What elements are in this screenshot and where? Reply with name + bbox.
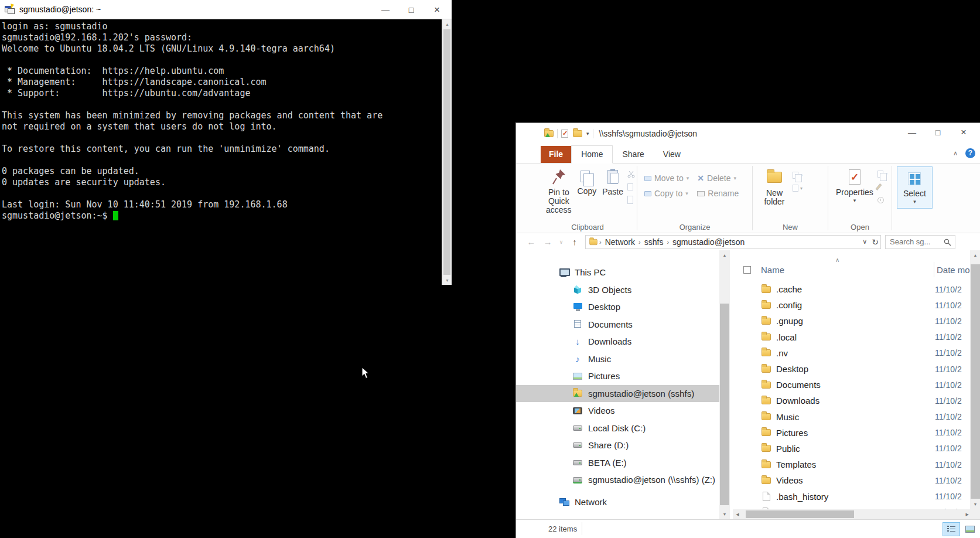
explorer-titlebar[interactable]: ▾ \\sshfs\sgmustadio@jetson — □ × <box>516 123 980 144</box>
scroll-up-icon[interactable]: ▲ <box>719 253 730 257</box>
nav-item-pictures[interactable]: Pictures <box>516 367 719 385</box>
putty-close-button[interactable]: × <box>424 0 450 19</box>
nav-item-local-disk-c[interactable]: Local Disk (C:) <box>516 420 719 437</box>
nav-item-this-pc[interactable]: This PC <box>516 264 719 281</box>
file-row-cache[interactable]: .cache11/10/2 <box>733 281 970 297</box>
copy-button[interactable]: Copy <box>575 166 600 198</box>
nav-item-network[interactable]: Network <box>516 493 719 511</box>
new-folder-button[interactable]: New folder <box>757 166 791 208</box>
nav-item-downloads[interactable]: ↓Downloads <box>516 333 719 350</box>
nav-item-documents[interactable]: Documents <box>516 316 719 333</box>
scroll-down-icon[interactable]: ▼ <box>719 512 730 516</box>
file-row-desktop[interactable]: Desktop11/10/2 <box>733 361 970 377</box>
copy-to-button[interactable]: Copy to ▾ <box>642 186 691 201</box>
file-row-public[interactable]: Public11/10/2 <box>733 441 970 457</box>
column-divider[interactable] <box>934 262 934 277</box>
file-row-templates[interactable]: Templates11/10/2 <box>733 457 970 472</box>
qat-customize-icon[interactable]: ▾ <box>586 131 589 137</box>
terminal-scrollbar[interactable]: ▲ ▼ <box>442 19 452 285</box>
scroll-up-icon[interactable]: ▲ <box>970 253 980 257</box>
terminal-scrollbar-thumb[interactable] <box>443 29 450 275</box>
file-row-downloads[interactable]: Downloads11/10/2 <box>733 393 970 408</box>
tab-file[interactable]: File <box>541 146 571 163</box>
select-button[interactable]: Select ▾ <box>897 166 933 209</box>
recent-locations-icon[interactable]: ∨ <box>556 239 566 245</box>
address-bar[interactable]: › Network › sshfs › sgmustadio@jetson ∨ … <box>585 235 881 249</box>
file-row-documents[interactable]: Documents11/10/2 <box>733 377 970 393</box>
file-row-nv[interactable]: .nv11/10/2 <box>733 345 970 361</box>
details-view-button[interactable] <box>943 522 960 536</box>
delete-button[interactable]: ✕ Delete ▾ <box>695 171 741 186</box>
rename-button[interactable]: Rename <box>695 186 741 201</box>
file-row-gnupg[interactable]: .gnupg11/10/2 <box>733 313 970 329</box>
nav-item-videos[interactable]: Videos <box>516 402 719 420</box>
horizontal-scrollbar[interactable]: ◀ ▶ <box>733 509 970 519</box>
address-dropdown-icon[interactable]: ∨ <box>862 238 867 246</box>
nav-pane-scrollbar[interactable]: ▲ ▼ <box>719 250 730 519</box>
new-item-button[interactable]: ▾ <box>793 169 803 182</box>
nav-item-sgmustadio-jetson-sshfs-z[interactable]: sgmustadio@jetson (\\sshfs) (Z:) <box>516 471 719 489</box>
large-icons-view-button[interactable] <box>961 522 979 536</box>
qat-properties-icon[interactable] <box>561 130 568 138</box>
putty-minimize-button[interactable]: — <box>373 0 398 19</box>
breadcrumb-network[interactable]: Network <box>603 237 637 247</box>
column-header-name[interactable]: Name <box>761 265 784 275</box>
scroll-left-icon[interactable]: ◀ <box>733 512 742 517</box>
paste-shortcut-button[interactable] <box>627 193 635 206</box>
tab-view[interactable]: View <box>654 146 690 163</box>
nav-item-music[interactable]: ♪Music <box>516 350 719 368</box>
cut-button[interactable] <box>627 168 635 181</box>
easy-access-button[interactable]: ▾ <box>793 182 803 195</box>
file-list-scrollbar[interactable]: ▲ ▼ <box>970 250 980 509</box>
tab-home[interactable]: Home <box>571 145 613 164</box>
nav-scrollbar-thumb[interactable] <box>720 304 729 505</box>
file-row-bash-history[interactable]: .bash_history11/10/2 <box>733 488 970 504</box>
column-header-date-modified[interactable]: Date mo <box>937 265 970 275</box>
search-icon[interactable] <box>944 239 951 246</box>
putty-titlebar[interactable]: sgmustadio@jetson: ~ — □ × <box>0 0 452 19</box>
open-button[interactable]: ▾ <box>877 168 887 181</box>
forward-button[interactable]: → <box>539 237 556 247</box>
file-list-scrollbar-thumb[interactable] <box>971 264 980 499</box>
scroll-down-icon[interactable]: ▼ <box>442 275 452 285</box>
properties-button[interactable]: Properties ▾ <box>833 166 876 205</box>
nav-item-sgmustadio-jetson-sshfs[interactable]: sgmustadio@jetson (sshfs) <box>516 385 719 403</box>
back-button[interactable]: ← <box>523 237 539 247</box>
file-row-config[interactable]: .config11/10/2 <box>733 297 970 313</box>
explorer-maximize-button[interactable]: □ <box>925 123 951 142</box>
scroll-down-icon[interactable]: ▼ <box>970 502 980 506</box>
explorer-close-button[interactable]: × <box>951 123 976 142</box>
scroll-up-icon[interactable]: ▲ <box>442 19 452 29</box>
file-row-videos[interactable]: Videos11/10/2 <box>733 472 970 488</box>
scroll-right-icon[interactable]: ▶ <box>966 512 969 517</box>
select-all-checkbox[interactable] <box>743 266 751 274</box>
disk-icon <box>572 460 583 465</box>
horizontal-scrollbar-thumb[interactable] <box>746 510 854 518</box>
breadcrumb-sshfs[interactable]: sshfs <box>642 237 666 247</box>
terminal-area[interactable]: login as: sgmustadio sgmustadio@192.168.… <box>0 19 442 285</box>
file-row-pictures[interactable]: Pictures11/10/2 <box>733 425 970 441</box>
nav-item-3d-objects[interactable]: 3D Objects <box>516 281 719 299</box>
help-icon[interactable]: ? <box>965 148 975 158</box>
refresh-icon[interactable]: ↻ <box>872 237 879 247</box>
nav-item-share-d[interactable]: Share (D:) <box>516 437 719 454</box>
qat-new-folder-icon[interactable] <box>573 130 582 137</box>
file-row-local[interactable]: .local11/10/2 <box>733 329 970 345</box>
collapse-ribbon-icon[interactable]: ∧ <box>953 149 958 157</box>
search-input[interactable]: Search sg... <box>885 235 955 249</box>
nav-item-desktop[interactable]: Desktop <box>516 298 719 316</box>
up-button[interactable]: ↑ <box>566 237 583 247</box>
file-row-music[interactable]: Music11/10/2 <box>733 409 970 425</box>
edit-button[interactable] <box>877 181 887 193</box>
move-to-button[interactable]: Move to ▾ <box>642 171 691 186</box>
putty-maximize-button[interactable]: □ <box>398 0 424 19</box>
nav-item-beta-e[interactable]: BETA (E:) <box>516 454 719 472</box>
copy-path-button[interactable] <box>627 181 635 193</box>
explorer-minimize-button[interactable]: — <box>899 123 925 142</box>
copy-to-icon <box>644 191 651 196</box>
pin-to-quick-access-button[interactable]: Pin to Quick access <box>543 166 575 216</box>
paste-button[interactable]: Paste <box>599 166 626 198</box>
breadcrumb-current-folder[interactable]: sgmustadio@jetson <box>670 237 747 247</box>
tab-share[interactable]: Share <box>613 146 653 163</box>
history-button[interactable] <box>877 193 887 206</box>
